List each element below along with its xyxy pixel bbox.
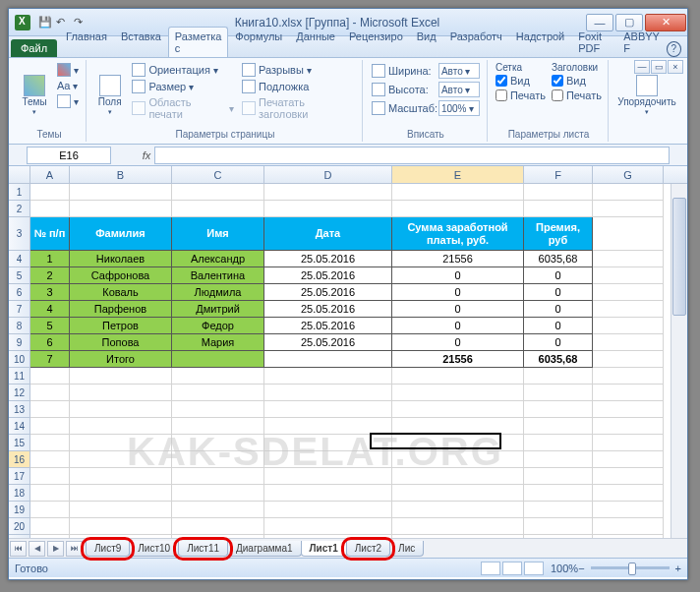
sheet-nav-next[interactable]: ▶ (47, 541, 64, 557)
cell[interactable] (172, 351, 264, 368)
cell[interactable]: 6035,68 (524, 251, 593, 267)
sheet-tab[interactable]: Лист2 (346, 541, 390, 557)
column-header[interactable]: G (593, 166, 664, 183)
cell[interactable] (172, 518, 264, 535)
cell[interactable] (392, 385, 524, 401)
cell[interactable]: 0 (524, 334, 593, 351)
row-header[interactable]: 9 (9, 334, 30, 351)
cell[interactable] (70, 451, 172, 468)
headings-view-check[interactable]: Вид (550, 74, 604, 88)
cell[interactable] (392, 468, 524, 485)
cell[interactable]: Сумма заработной платы, руб. (392, 217, 524, 251)
cell[interactable]: Николаев (70, 251, 172, 267)
row-header[interactable]: 12 (9, 385, 30, 401)
cell[interactable] (70, 401, 172, 418)
sheet-tab[interactable]: Лист1 (301, 541, 347, 557)
row-header[interactable]: 14 (9, 418, 30, 435)
row-header[interactable]: 15 (9, 435, 30, 451)
cell[interactable] (172, 418, 264, 435)
background-button[interactable]: Подложка (239, 79, 358, 94)
cell[interactable]: № п/п (30, 217, 70, 251)
cell[interactable] (392, 184, 524, 201)
row-header[interactable]: 10 (9, 351, 30, 368)
row-header[interactable]: 17 (9, 468, 30, 485)
cell[interactable] (172, 368, 264, 385)
workbook-restore[interactable]: ▭ (651, 60, 667, 74)
headings-print-check[interactable]: Печать (550, 89, 604, 102)
cell[interactable] (524, 368, 593, 385)
cell[interactable] (70, 518, 172, 535)
cell[interactable]: 25.05.2016 (264, 251, 392, 267)
cell[interactable] (30, 451, 70, 468)
row-header[interactable]: 1 (9, 184, 30, 201)
cell[interactable]: Людмила (172, 284, 264, 301)
cell[interactable] (264, 468, 392, 485)
ribbon-tab-10[interactable]: ABBYY F (616, 27, 667, 57)
cell[interactable]: 25.05.2016 (264, 301, 392, 318)
cell[interactable] (524, 385, 593, 401)
workbook-close[interactable]: × (668, 60, 683, 74)
cell[interactable] (593, 184, 664, 201)
qat-undo-icon[interactable]: ↶ (56, 16, 70, 30)
column-header[interactable]: E (392, 166, 524, 183)
sheet-nav-last[interactable]: ⏭ (66, 541, 83, 557)
row-header[interactable]: 7 (9, 301, 30, 318)
cell[interactable] (392, 451, 524, 468)
cell[interactable] (593, 267, 664, 284)
cell[interactable] (593, 201, 664, 217)
scale-row-2[interactable]: Масштаб:100% ▾ (369, 99, 483, 117)
cell[interactable]: 0 (392, 301, 524, 318)
cell[interactable]: 0 (392, 334, 524, 351)
cell[interactable] (264, 502, 392, 518)
cell[interactable] (392, 368, 524, 385)
cell[interactable]: 0 (524, 301, 593, 318)
row-header[interactable]: 8 (9, 318, 30, 334)
cell[interactable] (70, 385, 172, 401)
cell[interactable]: 6 (30, 334, 70, 351)
scale-row-1[interactable]: Высота:Авто ▾ (369, 81, 483, 98)
ribbon-tab-7[interactable]: Разработч (443, 27, 509, 57)
cell[interactable] (172, 502, 264, 518)
ribbon-tab-8[interactable]: Надстрой (509, 27, 571, 57)
column-header[interactable]: C (172, 166, 264, 183)
cell[interactable] (524, 518, 593, 535)
cell[interactable]: 0 (392, 318, 524, 334)
row-header[interactable]: 3 (9, 217, 30, 251)
cell[interactable] (524, 184, 593, 201)
cell[interactable]: 0 (524, 284, 593, 301)
ribbon-tab-9[interactable]: Foxit PDF (571, 27, 616, 57)
row-header[interactable]: 5 (9, 267, 30, 284)
qat-redo-icon[interactable]: ↷ (74, 16, 88, 30)
cell[interactable]: Федор (172, 318, 264, 334)
cell[interactable] (264, 351, 392, 368)
cell[interactable] (593, 334, 664, 351)
cell[interactable]: 25.05.2016 (264, 267, 392, 284)
cell[interactable] (524, 502, 593, 518)
cell[interactable] (593, 451, 664, 468)
cell[interactable] (593, 368, 664, 385)
gridlines-print-check[interactable]: Печать (494, 89, 548, 102)
sheet-tab[interactable]: Лист9 (86, 541, 130, 557)
formula-bar[interactable] (154, 147, 670, 164)
ribbon-tab-6[interactable]: Вид (410, 27, 443, 57)
cell[interactable] (392, 518, 524, 535)
cell[interactable]: 6035,68 (524, 351, 593, 368)
cell[interactable]: 21556 (392, 351, 524, 368)
cell[interactable] (593, 435, 664, 451)
select-all-button[interactable] (9, 166, 30, 183)
cell[interactable]: Коваль (70, 284, 172, 301)
cell[interactable] (524, 451, 593, 468)
cell[interactable] (30, 485, 70, 502)
cell[interactable] (593, 385, 664, 401)
column-header[interactable]: A (30, 166, 70, 183)
column-header[interactable]: B (70, 166, 172, 183)
zoom-in[interactable]: + (675, 562, 681, 574)
cell[interactable]: 0 (524, 318, 593, 334)
cell[interactable] (70, 201, 172, 217)
page-layout-view-button[interactable] (502, 562, 522, 575)
margins-button[interactable]: Поля▾ (92, 62, 127, 128)
cell[interactable] (524, 468, 593, 485)
row-header[interactable]: 6 (9, 284, 30, 301)
theme-colors[interactable]: ▾ (54, 62, 82, 78)
zoom-out[interactable]: − (578, 562, 584, 574)
